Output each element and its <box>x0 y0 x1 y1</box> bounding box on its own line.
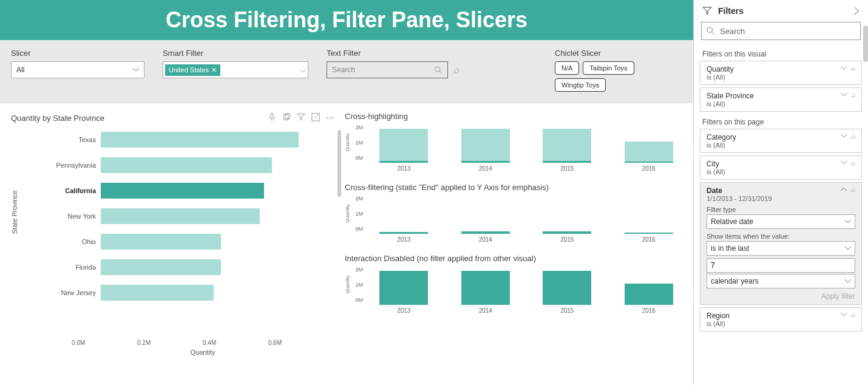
smart-filter-tag-text: United States <box>169 66 209 73</box>
focus-icon[interactable] <box>311 113 320 123</box>
close-icon[interactable]: ✕ <box>211 66 217 74</box>
chevron-down-icon[interactable] <box>300 69 306 73</box>
bar[interactable] <box>101 183 264 199</box>
axis-tick: 0.2M <box>137 339 203 346</box>
filter-card-date[interactable]: Date 1/1/2013 - 12/31/2019 Filter type R… <box>700 182 862 305</box>
copy-icon[interactable] <box>282 113 291 123</box>
chevron-down-icon[interactable] <box>841 312 847 318</box>
bar[interactable] <box>461 231 510 234</box>
filters-section-page: Filters on this page <box>694 114 868 129</box>
clear-icon[interactable] <box>850 92 856 98</box>
bar[interactable] <box>101 157 272 173</box>
bar-label: Florida <box>40 264 101 271</box>
apply-filter-button[interactable]: Apply filter <box>707 292 855 301</box>
chevron-right-icon[interactable] <box>853 7 860 15</box>
filter-card-city[interactable]: City is (All) <box>700 155 862 180</box>
page-title: Cross Filtering, Filter Pane, Slicers <box>0 7 693 33</box>
bar[interactable] <box>379 271 428 305</box>
chart-title: Cross-filtering (static "End" applied to… <box>345 183 683 192</box>
axis-tick: 2013 <box>397 165 410 172</box>
axis-tick: 2015 <box>560 307 574 314</box>
bar-label: Ohio <box>40 238 101 245</box>
axis-tick: 2016 <box>642 236 656 243</box>
axis-tick: 2014 <box>479 307 492 314</box>
smart-filter-input[interactable]: United States ✕ <box>163 61 308 78</box>
bar-label: Texas <box>40 136 101 143</box>
bar[interactable] <box>543 231 591 234</box>
bar[interactable] <box>101 132 299 148</box>
text-filter-input[interactable]: Search <box>327 61 448 78</box>
pin-icon[interactable] <box>268 113 276 123</box>
chevron-down-icon[interactable] <box>841 160 847 166</box>
cross-highlight-chart[interactable]: Cross-highlighting 2M1M0M Quantity 20132… <box>345 112 683 172</box>
text-filter-label: Text Filter <box>327 49 461 58</box>
slicer-dropdown[interactable]: All <box>11 61 144 78</box>
bar[interactable] <box>461 129 510 163</box>
bar[interactable] <box>543 129 591 163</box>
clear-icon[interactable] <box>850 160 856 166</box>
filter-card-state[interactable]: State Province is (All) <box>700 87 862 112</box>
filters-section-visual: Filters on this visual <box>694 46 868 61</box>
axis-tick: 2016 <box>642 307 656 314</box>
page-header: Cross Filtering, Filter Pane, Slicers <box>0 0 693 40</box>
bar[interactable] <box>625 233 673 234</box>
chiclet-container: N/A Tailspin Toys Wingtip Toys <box>555 61 682 92</box>
clear-icon[interactable] <box>850 312 856 318</box>
y-axis-label: Quantity <box>345 134 350 152</box>
interaction-disabled-chart[interactable]: Interaction Disabled (no filter applied … <box>345 254 683 314</box>
chevron-down-icon <box>133 68 139 72</box>
svg-point-5 <box>707 27 713 33</box>
cross-filter-chart[interactable]: Cross-filtering (static "End" applied to… <box>345 183 683 243</box>
clear-icon[interactable] <box>850 186 856 192</box>
bar[interactable] <box>101 285 214 301</box>
filter-card-region[interactable]: Region is (All) <box>700 307 862 332</box>
chiclet-item[interactable]: Wingtip Toys <box>555 78 606 92</box>
chevron-down-icon <box>845 245 851 251</box>
clear-icon[interactable] <box>850 65 856 71</box>
pane-scrollbar[interactable] <box>863 26 868 62</box>
bar-label: Pennsylvania <box>40 162 101 169</box>
chart-scrollbar[interactable] <box>337 130 341 197</box>
bar[interactable] <box>625 284 673 305</box>
bar[interactable] <box>101 208 260 224</box>
smart-filter-tag[interactable]: United States ✕ <box>165 64 220 76</box>
show-when-label: Show items when the value: <box>707 233 855 240</box>
bar[interactable] <box>379 129 428 163</box>
bar[interactable] <box>101 234 221 250</box>
relative-unit-select[interactable]: calendar years <box>707 274 855 288</box>
relative-op-select[interactable]: is in the last <box>707 241 855 256</box>
chiclet-item[interactable]: N/A <box>555 61 579 75</box>
eraser-icon[interactable] <box>453 66 461 74</box>
chevron-down-icon[interactable] <box>841 133 847 139</box>
bar[interactable] <box>101 259 221 275</box>
filter-type-select[interactable]: Relative date <box>707 214 855 229</box>
search-icon[interactable] <box>435 66 442 74</box>
y-axis-label: Quantity <box>345 276 350 294</box>
svg-point-0 <box>435 66 440 71</box>
clear-icon[interactable] <box>850 133 856 139</box>
text-filter-placeholder: Search <box>332 66 355 74</box>
chiclet-item[interactable]: Tailspin Toys <box>583 61 634 75</box>
chevron-down-icon[interactable] <box>841 92 847 98</box>
filters-search-input[interactable]: Search <box>701 22 861 40</box>
filter-card-category[interactable]: Category is (All) <box>700 129 862 153</box>
bar[interactable] <box>625 141 673 163</box>
filter-card-quantity[interactable]: Quantity is (All) <box>700 61 862 85</box>
filters-title: Filters <box>718 6 744 16</box>
slicer-label: Slicer <box>11 49 144 58</box>
quantity-by-state-chart[interactable]: Quantity by State Province ⋯ TexasPennsy… <box>0 103 340 385</box>
bar[interactable] <box>461 271 510 305</box>
y-axis-label: Quantity <box>345 205 350 223</box>
bar-label: New Jersey <box>40 289 101 296</box>
filter-icon[interactable] <box>297 113 305 123</box>
axis-tick: 2015 <box>560 236 574 243</box>
more-icon[interactable]: ⋯ <box>326 113 334 123</box>
bar[interactable] <box>379 232 428 234</box>
search-icon <box>707 27 715 35</box>
relative-number-input[interactable] <box>707 258 855 273</box>
chevron-up-icon[interactable] <box>841 186 847 192</box>
bar[interactable] <box>543 271 591 305</box>
chevron-down-icon[interactable] <box>841 65 847 71</box>
chart-title-text: Quantity by State Province <box>11 114 104 123</box>
chevron-down-icon <box>845 219 851 225</box>
